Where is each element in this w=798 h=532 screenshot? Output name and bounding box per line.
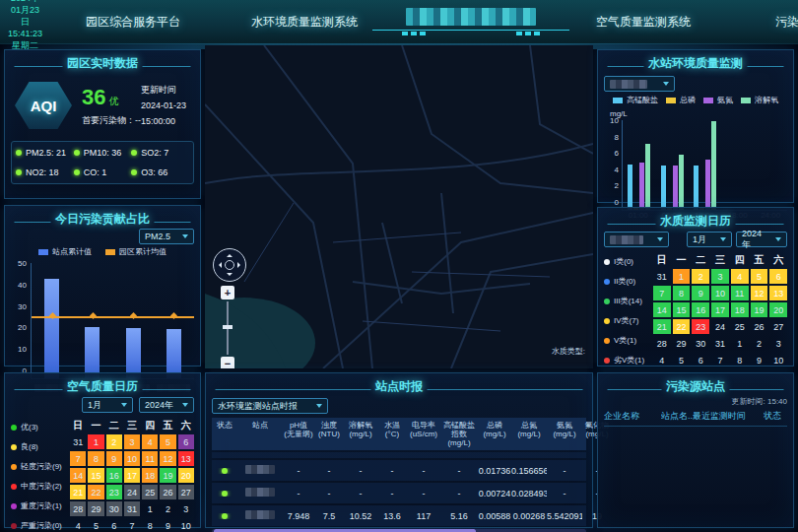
year-select[interactable]: 2024年	[736, 232, 787, 247]
calendar-day[interactable]: 6	[769, 269, 787, 284]
calendar-day[interactable]: 6	[692, 353, 709, 367]
calendar-day[interactable]: 31	[70, 434, 86, 449]
calendar-day[interactable]: 28	[70, 501, 86, 516]
calendar-day[interactable]: 22	[88, 485, 103, 499]
calendar-day[interactable]: 29	[673, 336, 691, 351]
calendar-day[interactable]: 5	[160, 434, 175, 449]
calendar-day[interactable]: 17	[711, 302, 729, 317]
calendar-day[interactable]: 20	[178, 468, 194, 483]
calendar-day[interactable]: 21	[70, 485, 86, 499]
zoom-out-button[interactable]: −	[221, 357, 234, 368]
calendar-day[interactable]: 20	[769, 302, 787, 317]
calendar-day[interactable]: 9	[751, 353, 768, 367]
calendar-day[interactable]: 14	[653, 302, 671, 317]
calendar-day[interactable]: 24	[711, 319, 729, 334]
calendar-day[interactable]: 3	[711, 269, 729, 284]
calendar-day[interactable]: 30	[692, 336, 709, 351]
month-select[interactable]: 1月	[687, 232, 732, 247]
nav-item[interactable]: 水环境质量监测系统	[251, 14, 358, 31]
nav-item[interactable]: 污染源自动监测系统	[775, 14, 798, 31]
calendar-day[interactable]: 26	[751, 319, 768, 334]
calendar-day[interactable]: 18	[731, 302, 749, 317]
calendar-day[interactable]: 8	[731, 353, 749, 367]
station-select[interactable]	[604, 232, 669, 247]
calendar-day[interactable]: 1	[142, 501, 158, 516]
map[interactable]: 水质类型: + −	[205, 45, 593, 368]
calendar-day[interactable]: 25	[142, 485, 158, 499]
calendar-day[interactable]: 15	[88, 468, 103, 483]
calendar-day[interactable]: 1	[731, 336, 749, 351]
calendar-day[interactable]: 31	[711, 336, 729, 351]
calendar-day[interactable]: 23	[106, 485, 122, 499]
table-row[interactable]: ------0.007240.028493--	[212, 483, 586, 503]
calendar-day[interactable]: 4	[142, 434, 158, 449]
calendar-day[interactable]: 9	[106, 451, 122, 466]
calendar-day[interactable]: 4	[653, 353, 671, 367]
calendar-day[interactable]: 2	[106, 434, 122, 449]
calendar-day[interactable]: 30	[106, 501, 122, 516]
calendar-day[interactable]: 11	[142, 451, 158, 466]
table-row[interactable]: ------0.017360.156656--	[212, 460, 586, 481]
calendar-day[interactable]: 2	[692, 269, 709, 284]
calendar-day[interactable]: 8	[142, 518, 158, 532]
zoom-thumb[interactable]	[223, 325, 233, 329]
calendar-day[interactable]: 13	[178, 451, 194, 466]
calendar-day[interactable]: 24	[124, 485, 140, 499]
year-select[interactable]: 2024年	[139, 397, 194, 413]
calendar-day[interactable]: 4	[70, 518, 86, 532]
calendar-day[interactable]: 5	[88, 518, 103, 532]
calendar-day[interactable]: 14	[70, 468, 86, 483]
calendar-day[interactable]: 16	[692, 302, 709, 317]
calendar-day[interactable]: 1	[673, 269, 691, 284]
calendar-day[interactable]: 7	[653, 286, 671, 300]
calendar-day[interactable]: 5	[673, 353, 691, 367]
calendar-day[interactable]: 6	[178, 434, 194, 449]
calendar-day[interactable]: 25	[731, 319, 749, 334]
pollutant-select[interactable]: PM2.5	[139, 229, 194, 244]
calendar-day[interactable]: 8	[673, 286, 691, 300]
calendar-day[interactable]: 10	[178, 518, 194, 532]
table-row-partial[interactable]	[212, 452, 586, 458]
month-select[interactable]: 1月	[82, 397, 133, 413]
calendar-day[interactable]: 7	[124, 518, 140, 532]
station-select[interactable]	[604, 76, 675, 92]
calendar-day[interactable]: 27	[178, 485, 194, 499]
calendar-day[interactable]: 22	[673, 319, 691, 334]
calendar-day[interactable]: 3	[124, 434, 140, 449]
calendar-day[interactable]: 4	[731, 269, 749, 284]
calendar-day[interactable]: 3	[769, 336, 787, 351]
calendar-day[interactable]: 27	[769, 319, 787, 334]
nav-item[interactable]: 园区综合服务平台	[86, 14, 180, 31]
calendar-day[interactable]: 5	[751, 269, 768, 284]
calendar-day[interactable]: 9	[692, 286, 709, 300]
calendar-day[interactable]: 17	[124, 468, 140, 483]
table-row[interactable]: 7.9487.510.5213.61175.160.005880.002685.…	[212, 505, 586, 526]
calendar-day[interactable]: 9	[160, 518, 175, 532]
calendar-day[interactable]: 15	[673, 302, 691, 317]
calendar-day[interactable]: 23	[692, 319, 709, 334]
calendar-day[interactable]: 12	[160, 451, 175, 466]
calendar-day[interactable]: 26	[160, 485, 175, 499]
calendar-day[interactable]: 21	[653, 319, 671, 334]
zoom-in-button[interactable]: +	[221, 286, 234, 299]
calendar-day[interactable]: 19	[751, 302, 768, 317]
calendar-day[interactable]: 10	[124, 451, 140, 466]
calendar-day[interactable]: 31	[653, 269, 671, 284]
calendar-day[interactable]: 3	[178, 501, 194, 516]
calendar-day[interactable]: 16	[106, 468, 122, 483]
calendar-day[interactable]: 8	[88, 451, 103, 466]
calendar-day[interactable]: 28	[653, 336, 671, 351]
map-compass[interactable]	[213, 248, 246, 282]
calendar-day[interactable]: 2	[751, 336, 768, 351]
calendar-day[interactable]: 19	[160, 468, 175, 483]
calendar-day[interactable]: 7	[711, 353, 729, 367]
report-type-select[interactable]: 水环境监测站点时报	[212, 398, 328, 414]
calendar-day[interactable]: 13	[769, 286, 787, 300]
calendar-day[interactable]: 10	[711, 286, 729, 300]
calendar-day[interactable]: 12	[751, 286, 768, 300]
calendar-day[interactable]: 2	[160, 501, 175, 516]
nav-item[interactable]: 空气质量监测系统	[596, 14, 691, 31]
calendar-day[interactable]: 31	[124, 501, 140, 516]
calendar-day[interactable]: 18	[142, 468, 158, 483]
calendar-day[interactable]: 10	[769, 353, 787, 367]
